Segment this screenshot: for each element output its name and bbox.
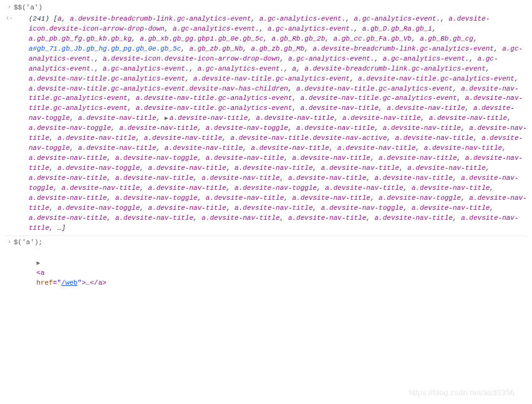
array-item[interactable]: a.devsite-nav-title — [78, 144, 156, 152]
array-item[interactable]: a.devsite-breadcrumb-link.gc-analytics-e… — [304, 65, 485, 72]
separator: , — [473, 134, 481, 142]
array-item[interactable]: a.devsite-nav-title — [57, 134, 135, 142]
array-item[interactable]: a.devsite-nav-title — [337, 144, 415, 152]
console-output-row[interactable]: ▶ <a href="/web">…</a> — [5, 249, 527, 300]
array-item[interactable]: a.devsite-nav-title — [256, 114, 334, 122]
array-item[interactable]: a.gc-analytics-event. — [354, 15, 441, 22]
array-item[interactable]: a.devsite-nav-title — [325, 184, 403, 192]
array-item[interactable]: a.gc-analytics-event. — [383, 55, 470, 62]
array-item[interactable]: a.devsite-nav-title — [288, 214, 366, 222]
array-item[interactable]: a.devsite-nav-title — [429, 114, 507, 122]
array-item[interactable]: a.devsite-nav-title — [235, 164, 312, 172]
array-item[interactable]: a.devsite-nav-title — [296, 124, 374, 132]
array-item[interactable]: a.devsite-nav-title — [342, 114, 420, 122]
expand-toggle-icon[interactable]: ▶ — [36, 259, 42, 269]
array-item[interactable]: a.devsite-nav-toggle — [57, 164, 140, 172]
array-item[interactable]: a.devsite-nav-title — [148, 164, 226, 172]
console-input-row[interactable]: › $$('a') — [5, 2, 527, 14]
array-item[interactable]: a.devsite-nav-title — [288, 174, 366, 182]
array-item[interactable]: a.devsite-nav-title.gc-analytics-event — [296, 85, 453, 92]
array-item[interactable]: a.gc-analytics-event. — [259, 15, 346, 22]
array-item[interactable]: a.devsite-nav-title — [201, 174, 279, 182]
array-item[interactable]: a.devsite-nav-toggle — [115, 194, 198, 202]
array-item[interactable]: a.devsite-nav-title — [251, 144, 329, 152]
separator: , — [486, 164, 494, 172]
array-item[interactable]: a.devsite-nav-title — [29, 174, 107, 182]
array-item[interactable]: a.gb_cc.gb_Fa.gb_Vb — [334, 35, 412, 42]
separator: , — [346, 15, 354, 22]
array-item[interactable]: a.devsite-nav-title — [383, 124, 461, 132]
array-item[interactable]: a.devsite-nav-title — [148, 184, 226, 192]
array-item[interactable]: a.devsite-nav-title — [375, 214, 453, 222]
array-item[interactable]: a.devsite-nav-title — [148, 204, 226, 212]
array-item[interactable]: a.devsite-nav-title — [412, 184, 490, 192]
array-item[interactable]: a.gc-analytics-event. — [173, 25, 259, 32]
array-item[interactable]: a.devsite-nav-title — [379, 154, 457, 162]
array-item[interactable]: a.devsite-nav-title — [387, 104, 465, 112]
separator: , — [507, 114, 515, 122]
array-item[interactable]: a.devsite-nav-title — [115, 214, 193, 222]
separator: , — [490, 184, 498, 192]
array-item[interactable]: a.devsite-icon.devsite-icon-arrow-drop-d… — [103, 55, 280, 62]
array-item[interactable]: a.gb_Rb.gb_2b — [271, 35, 325, 42]
array-item[interactable]: a.devsite-nav-title — [78, 114, 156, 122]
array-item[interactable]: a.devsite-nav-title.gc-analytics-event.d… — [29, 85, 288, 92]
array-item[interactable]: a.devsite-nav-title — [292, 154, 370, 162]
array-item[interactable]: a.devsite-nav-toggle — [235, 184, 317, 192]
separator: , — [313, 204, 321, 212]
array-item[interactable]: a.devsite-nav-title — [170, 114, 248, 122]
array-item[interactable]: a.devsite-nav-title — [206, 194, 284, 202]
array-item[interactable]: a.devsite-nav-title — [235, 204, 312, 212]
array-item[interactable]: a.devsite-nav-title — [62, 184, 140, 192]
array-item[interactable]: a.devsite-nav-title.gc-analytics-event — [301, 94, 457, 102]
array-item[interactable]: a.devsite-nav-title — [424, 144, 502, 152]
array-item[interactable]: a.devsite-nav-title.gc-analytics-event — [136, 104, 293, 112]
array-item[interactable]: a.devsite-breadcrumb-link.gc-analytics-e… — [313, 45, 494, 52]
array-item[interactable]: a.devsite-nav-title — [144, 134, 222, 142]
array-item[interactable]: a — [57, 15, 62, 22]
array-item[interactable]: a.devsite-nav-title — [206, 154, 284, 162]
array-item[interactable]: a.gb_D.gb_Ra.gb_i — [362, 25, 432, 32]
array-item[interactable]: a.devsite-nav-title.gc-analytics-event — [29, 75, 185, 82]
array-item[interactable]: a.devsite-nav-toggle — [206, 124, 288, 132]
array-item[interactable]: a.devsite-nav-toggle — [379, 194, 461, 202]
array-item[interactable]: a.devsite-nav-title — [165, 144, 243, 152]
array-item[interactable]: a.gc-analytics-event. — [103, 65, 190, 72]
array-item[interactable]: a.gc-analytics-event. — [268, 25, 354, 32]
array-item[interactable]: a.gb_pb.gb_fg.gb_kb.gb_kg — [29, 35, 132, 42]
array-item[interactable]: a.devsite-nav-title — [119, 124, 197, 132]
console-output-element: ▶ <a href="/web">…</a> — [14, 249, 527, 299]
array-item[interactable]: a.devsite-nav-title — [375, 174, 453, 182]
array-item[interactable]: a.devsite-nav-title — [292, 194, 370, 202]
array-item[interactable]: a.devsite-nav-title — [201, 214, 279, 222]
array-item[interactable]: a.devsite-nav-title — [412, 204, 490, 212]
console-input-row[interactable]: › $('a'); — [5, 237, 527, 249]
array-item[interactable]: a.gb_Bb.gb_cg — [420, 35, 473, 42]
array-item[interactable]: a.devsite-nav-title — [115, 174, 193, 182]
html-attr-value-link[interactable]: /web — [61, 279, 77, 287]
array-item[interactable]: a.devsite-nav-title — [29, 194, 107, 202]
array-item[interactable]: a#gb_71.gb_Jb.gb_hg.gb_pg.gb_0e.gb_5c — [29, 45, 181, 52]
array-item[interactable]: a.devsite-nav-title — [407, 164, 485, 172]
array-item[interactable]: a.gb_xb.gb_gg.gbp1.gb_0e.gb_5c — [140, 35, 263, 42]
console-output-row[interactable]: ‹· (241) [a, a.devsite-breadcrumb-link.g… — [5, 14, 527, 234]
array-item[interactable]: a.devsite-breadcrumb-link.gc-analytics-e… — [70, 15, 251, 22]
separator: , — [366, 174, 374, 182]
array-item[interactable]: a.gb_zb.gb_Nb — [189, 45, 243, 52]
array-item[interactable]: a.devsite-nav-title — [301, 104, 379, 112]
array-item[interactable]: a.devsite-nav-toggle — [29, 124, 111, 132]
array-item[interactable]: a.devsite-nav-title — [395, 134, 473, 142]
array-item[interactable]: a.devsite-nav-toggle — [321, 204, 404, 212]
array-item[interactable]: a.gb_zb.gb_Mb — [251, 45, 304, 52]
array-item[interactable]: a.devsite-nav-title.gc-analytics-event — [136, 94, 293, 102]
array-item[interactable]: a.gc-analytics-event. — [288, 55, 375, 62]
array-item[interactable]: a.devsite-nav-title.gc-analytics-event — [193, 75, 350, 82]
array-item[interactable]: a.devsite-nav-title.devsite-nav-active — [230, 134, 387, 142]
array-item[interactable]: a.devsite-nav-title.gc-analytics-event — [358, 75, 515, 82]
array-item[interactable]: a.gc-analytics-event. — [198, 65, 284, 72]
array-item[interactable]: a.devsite-nav-title — [29, 214, 107, 222]
array-item[interactable]: a.devsite-nav-title — [29, 154, 107, 162]
array-item[interactable]: a.devsite-nav-title — [321, 164, 399, 172]
array-item[interactable]: a.devsite-nav-toggle — [57, 204, 140, 212]
array-item[interactable]: a.devsite-nav-toggle — [115, 154, 198, 162]
